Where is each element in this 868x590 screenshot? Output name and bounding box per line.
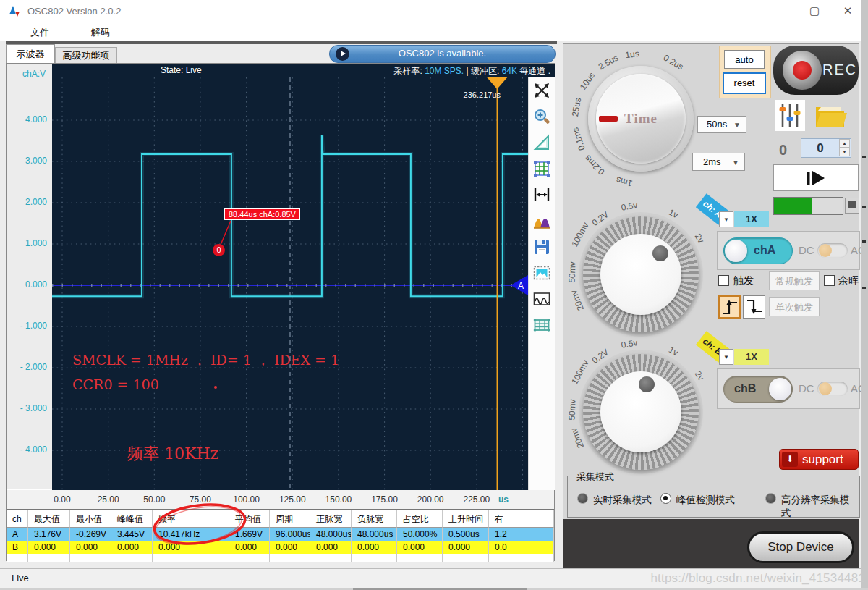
annotation-marker[interactable]: 0 xyxy=(213,244,225,256)
cha-volts-knob[interactable] xyxy=(600,234,681,315)
frame-counter-label: 0 xyxy=(779,142,787,159)
timebase-select[interactable]: 2ms▼ xyxy=(692,153,745,171)
radio-high-res[interactable] xyxy=(765,493,776,504)
time-cursor-handle[interactable] xyxy=(487,77,507,89)
waveform-display-icon[interactable] xyxy=(532,289,552,308)
record-button[interactable]: REC xyxy=(773,46,859,95)
table-cell xyxy=(489,554,554,562)
cha-enable-toggle[interactable]: chA xyxy=(723,237,793,264)
table-cell: 1.2 xyxy=(489,528,554,541)
spinner-down-icon[interactable]: ▼ xyxy=(839,148,850,156)
scope-state: State: Live xyxy=(161,65,202,75)
waveform-plot[interactable]: A 236.217us 88.44us chA:0.85V 0 SMCLK = … xyxy=(52,77,528,490)
chb-probe-dropdown[interactable]: ▼ xyxy=(719,349,733,365)
table-cell: 0.000 xyxy=(310,541,352,554)
x-tick-label: 225.00 xyxy=(456,494,497,505)
edge-mark xyxy=(862,206,866,208)
cha-coupling-panel: chA DC AC xyxy=(717,231,860,270)
trigger-time-select[interactable]: 50ns▼ xyxy=(697,116,746,133)
table-cell xyxy=(7,554,28,562)
horizontal-measure-icon[interactable] xyxy=(532,185,552,204)
mixer-settings-button[interactable] xyxy=(775,100,805,131)
support-button[interactable]: ⬇ support xyxy=(779,449,859,470)
histogram-icon[interactable] xyxy=(532,211,552,230)
reset-button[interactable]: reset xyxy=(723,72,766,94)
radio-peak-detect[interactable] xyxy=(660,493,671,504)
table-cell xyxy=(352,554,397,562)
step-play-button[interactable] xyxy=(773,164,859,191)
progress-stop-button[interactable] xyxy=(845,198,859,214)
menu-file[interactable]: 文件 xyxy=(30,26,49,39)
cha-probe-dropdown[interactable]: ▼ xyxy=(719,211,733,227)
fullscreen-icon[interactable] xyxy=(532,80,552,100)
cha-scale-label: 0.5v xyxy=(621,200,639,213)
zoom-in-icon[interactable] xyxy=(532,106,552,126)
rising-edge-button[interactable] xyxy=(718,295,741,319)
record-knob-icon xyxy=(783,51,822,90)
time-scale-label: 0.1ms xyxy=(570,126,587,151)
window-title: OSC802 Version 2.0.2 xyxy=(27,6,121,17)
menu-bar xyxy=(0,22,861,41)
table-cell: 48.000us xyxy=(352,528,397,541)
tab-oscilloscope[interactable]: 示波器 xyxy=(6,44,55,64)
time-scale-label: 2.5us xyxy=(597,53,620,72)
normal-trigger-button[interactable]: 常规触发 xyxy=(769,271,820,290)
single-trigger-button[interactable]: 单次触发 xyxy=(769,297,820,316)
minimize-button[interactable]: — xyxy=(765,3,794,19)
ruler-icon[interactable] xyxy=(532,132,552,152)
persistence-checkbox[interactable] xyxy=(824,275,835,286)
close-button[interactable]: ✕ xyxy=(833,3,862,19)
radio-realtime[interactable] xyxy=(577,493,588,504)
table-icon[interactable] xyxy=(532,315,552,334)
splitter xyxy=(6,41,557,44)
table-header-cell: 负脉宽 xyxy=(352,510,397,528)
time-knob-label: Time xyxy=(605,111,677,127)
trigger-checkbox[interactable] xyxy=(718,275,729,286)
edge-mark xyxy=(862,287,866,289)
chb-coupling-toggle[interactable] xyxy=(817,382,848,396)
availability-banner: OSC802 is available. xyxy=(329,45,556,63)
save-icon[interactable] xyxy=(532,237,552,256)
table-cell: -0.269V xyxy=(70,528,111,541)
time-scale-label: 10us xyxy=(578,70,597,91)
y-tick-label: 0.000 xyxy=(7,279,47,290)
table-cell: 0.000 xyxy=(70,541,111,554)
scope-toolbar xyxy=(528,77,555,490)
table-cell xyxy=(153,554,229,562)
table-cell xyxy=(443,554,489,562)
open-file-button[interactable] xyxy=(812,99,848,132)
table-cell xyxy=(397,554,443,562)
table-row[interactable]: B0.0000.0000.0000.0000.0000.0000.0000.00… xyxy=(7,541,554,554)
table-cell: 96.000us xyxy=(270,528,310,541)
y-tick-label: 3.000 xyxy=(7,156,47,166)
table-cell xyxy=(270,554,310,562)
table-header-cell: 正脉宽 xyxy=(310,510,352,528)
tab-advanced[interactable]: 高级功能项 xyxy=(55,47,117,64)
grid-icon[interactable] xyxy=(532,159,552,178)
table-row[interactable]: A3.176V-0.269V3.445V10.417kHz1.669V96.00… xyxy=(7,528,554,541)
frame-spinner[interactable]: 0 ▲ ▼ xyxy=(801,138,851,158)
screenshot-icon[interactable] xyxy=(532,263,552,282)
x-tick-label: 200.00 xyxy=(410,494,451,505)
cha-probe-ratio[interactable]: 1X xyxy=(734,211,769,227)
spinner-up-icon[interactable]: ▲ xyxy=(839,139,850,148)
chb-enable-toggle[interactable]: chB xyxy=(723,376,793,403)
device-control-bar: Stop Device xyxy=(563,519,859,568)
x-tick-label: 125.00 xyxy=(272,494,312,505)
cha-coupling-toggle[interactable] xyxy=(817,243,848,258)
auto-button[interactable]: auto xyxy=(724,50,765,69)
menu-decode[interactable]: 解码 xyxy=(91,26,110,39)
trigger-time-value: 50ns xyxy=(707,119,727,130)
stop-device-button[interactable]: Stop Device xyxy=(747,531,854,563)
toggle-ball xyxy=(769,378,791,400)
x-tick-label: 75.00 xyxy=(180,494,221,505)
table-cell: 1.669V xyxy=(229,528,270,541)
table-header-cell: 周期 xyxy=(270,510,310,528)
scope-status-bar: State: Live 采样率: 10M SPS. | 缓冲区: 64K 每通道… xyxy=(52,64,555,77)
table-cell: 0.000 xyxy=(270,541,310,554)
chb-probe-ratio[interactable]: 1X xyxy=(734,349,769,365)
maximize-button[interactable]: ▢ xyxy=(800,3,829,19)
falling-edge-button[interactable] xyxy=(743,295,765,319)
measurement-annotation[interactable]: 88.44us chA:0.85V xyxy=(224,208,300,220)
record-red-dot xyxy=(793,61,812,80)
